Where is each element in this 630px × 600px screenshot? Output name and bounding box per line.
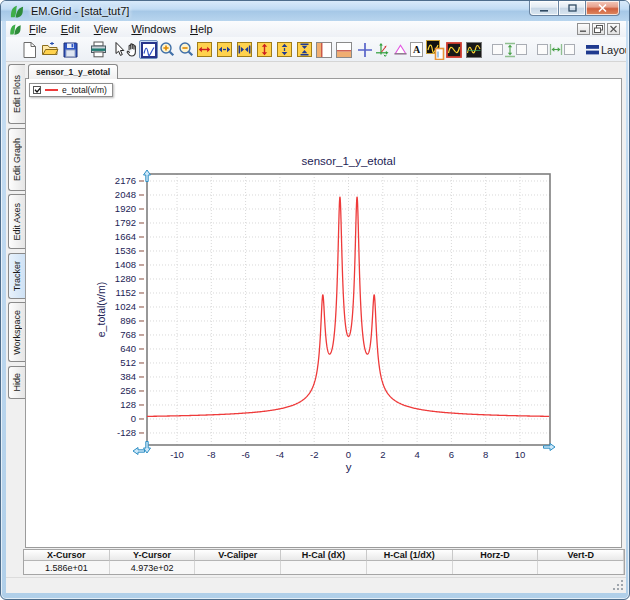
- sync-horizontal-button[interactable]: [549, 40, 563, 59]
- menu-view[interactable]: View: [87, 22, 125, 36]
- caliper-triangle-button[interactable]: [393, 40, 408, 59]
- axes-tool-button[interactable]: [374, 40, 390, 59]
- zoom-in-button[interactable]: [159, 40, 176, 59]
- sidebar-tab-edit-plots[interactable]: Edit Plots: [8, 64, 25, 124]
- legend-checkbox[interactable]: [33, 86, 41, 94]
- compress-vertical-button[interactable]: [297, 40, 312, 59]
- svg-text:0: 0: [346, 449, 351, 460]
- svg-text:2: 2: [380, 449, 385, 460]
- svg-text:2048: 2048: [115, 189, 136, 200]
- new-document-button[interactable]: [23, 40, 37, 59]
- sidebar-tab-edit-graph[interactable]: Edit Graph: [8, 128, 25, 191]
- window-title: EM.Grid - [stat_tut7]: [31, 5, 129, 17]
- mdi-restore-button[interactable]: [592, 23, 605, 35]
- y-axis-ticks: -128012825638451264076889610241152128014…: [115, 175, 144, 438]
- axis-extend-up-handle[interactable]: [144, 170, 151, 182]
- select-cursor-button[interactable]: [112, 40, 125, 59]
- layout-button[interactable]: [586, 40, 599, 59]
- svg-text:-10: -10: [170, 449, 184, 460]
- svg-text:10: 10: [515, 449, 526, 460]
- plot-canvas[interactable]: -128012825638451264076889610241152128014…: [26, 79, 623, 549]
- sync-vertical-button[interactable]: [504, 40, 516, 59]
- svg-text:1920: 1920: [115, 203, 136, 214]
- resize-grip[interactable]: [612, 579, 624, 591]
- menubar: FileEditViewWindowsHelp: [6, 21, 626, 37]
- plot-window-button[interactable]: [426, 40, 445, 59]
- tracker-col-3: H-Cal (dX): [281, 550, 367, 561]
- checkbox-h-left-button[interactable]: [537, 40, 548, 59]
- svg-text:8: 8: [483, 449, 488, 460]
- tracker-val-4: [367, 561, 453, 574]
- svg-text:512: 512: [120, 357, 136, 368]
- svg-text:1792: 1792: [115, 217, 136, 228]
- svg-text:1280: 1280: [115, 273, 136, 284]
- tracker-val-3: [281, 561, 367, 574]
- print-button[interactable]: [90, 40, 107, 59]
- expand-vertical-button[interactable]: [277, 40, 292, 59]
- save-file-button[interactable]: [63, 40, 78, 59]
- menu-help[interactable]: Help: [183, 22, 220, 36]
- sidebar-tab-edit-axes[interactable]: Edit Axes: [8, 194, 25, 249]
- text-annotation-button[interactable]: A: [410, 40, 423, 59]
- tracker-val-6: [538, 561, 624, 574]
- svg-text:128: 128: [120, 399, 136, 410]
- menu-windows[interactable]: Windows: [124, 22, 183, 36]
- legend: e_total(v/m): [29, 83, 113, 97]
- svg-text:-2: -2: [310, 449, 318, 460]
- svg-text:A: A: [413, 44, 421, 55]
- graph-style-button[interactable]: [446, 40, 462, 59]
- sidebar-tab-workspace[interactable]: Workspace: [8, 302, 25, 362]
- svg-text:2176: 2176: [115, 175, 136, 186]
- expand-horizontal-button[interactable]: [217, 40, 232, 59]
- checkbox-v-left-button[interactable]: [492, 40, 503, 59]
- svg-text:1536: 1536: [115, 245, 136, 256]
- pan-hand-button[interactable]: [125, 40, 140, 59]
- svg-text:-128: -128: [117, 427, 136, 438]
- titlebar[interactable]: EM.Grid - [stat_tut7]: [1, 1, 629, 21]
- multi-curve-button[interactable]: [466, 40, 482, 59]
- sidebar-tab-hide[interactable]: Hide: [8, 366, 25, 399]
- y-axis-label: e_total(v/m): [95, 282, 107, 337]
- tracker-val-5: [453, 561, 539, 574]
- svg-text:4: 4: [414, 449, 419, 460]
- axis-extend-left-handle[interactable]: [133, 448, 145, 455]
- compress-horizontal-button[interactable]: [237, 40, 252, 59]
- x-axis-ticks: -10-8-6-4-20246810: [170, 449, 525, 460]
- split-vertical-button[interactable]: [316, 40, 332, 59]
- tracker-col-5: Horz-D: [453, 550, 539, 561]
- plot-gridlines: [147, 174, 550, 445]
- fit-horizontal-button[interactable]: [197, 40, 212, 59]
- crosshair-button[interactable]: [357, 40, 373, 59]
- tracker-val-2: [195, 561, 281, 574]
- legend-label: e_total(v/m): [62, 85, 107, 95]
- fit-vertical-button[interactable]: [257, 40, 272, 59]
- close-button[interactable]: [585, 1, 620, 16]
- maximize-button[interactable]: [558, 1, 585, 16]
- tracker-col-0: X-Cursor: [24, 550, 110, 561]
- mdi-close-button[interactable]: [607, 23, 620, 35]
- menu-edit[interactable]: Edit: [54, 22, 87, 36]
- statusbar: [6, 577, 626, 593]
- tracker-col-1: Y-Cursor: [110, 550, 196, 561]
- tracker-val-0: 1.586e+01: [24, 561, 110, 574]
- svg-text:768: 768: [120, 329, 136, 340]
- checkbox-h-right-button[interactable]: [564, 40, 575, 59]
- document-icon[interactable]: [9, 23, 22, 36]
- svg-text:384: 384: [120, 371, 136, 382]
- legend-line-sample: [45, 89, 58, 91]
- mdi-minimize-button[interactable]: [577, 23, 590, 35]
- tab-sensor-1-y-etotal[interactable]: sensor_1_y_etotal: [28, 64, 118, 79]
- split-horizontal-button[interactable]: [336, 40, 352, 59]
- tracker-col-4: H-Cal (1/dX): [367, 550, 453, 561]
- svg-text:6: 6: [449, 449, 454, 460]
- menu-file[interactable]: File: [22, 22, 54, 36]
- tracker-col-2: V-Caliper: [195, 550, 281, 561]
- document-tabrow: sensor_1_y_etotal: [25, 62, 626, 78]
- plot-mode-button[interactable]: [139, 40, 158, 59]
- tracker-col-6: Vert-D: [538, 550, 624, 561]
- checkbox-v-right-button[interactable]: [516, 40, 527, 59]
- minimize-button[interactable]: [529, 1, 558, 16]
- sidebar-tab-tracker[interactable]: Tracker: [8, 253, 25, 299]
- zoom-out-button[interactable]: [178, 40, 195, 59]
- open-file-button[interactable]: [41, 40, 59, 59]
